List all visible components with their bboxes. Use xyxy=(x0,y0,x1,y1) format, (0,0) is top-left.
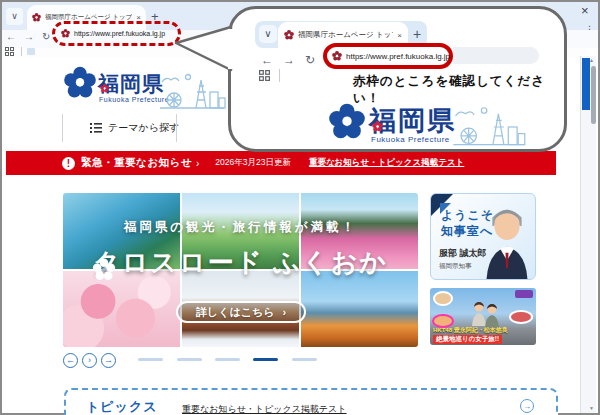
nav-divider xyxy=(62,114,63,142)
side-blue-bar xyxy=(582,58,590,110)
fukuoka-emblem-icon xyxy=(329,103,365,141)
reload-icon: ↻ xyxy=(305,53,315,67)
fukuoka-emblem-icon xyxy=(64,66,96,100)
callout-tab-title: 福岡県庁ホームページ トップページ xyxy=(298,30,393,40)
bookmark-divider xyxy=(21,47,22,56)
hero-tagline: 福岡県の観光・旅行情報が満載！ xyxy=(63,219,418,236)
video-text-line2: 絶景地巡りの女子旅!! xyxy=(433,335,502,344)
tab-search-chevron-icon[interactable]: ∨ xyxy=(6,8,23,25)
red-plum-blossom-icon xyxy=(372,121,383,132)
bookmark-item[interactable] xyxy=(27,48,35,55)
governor-room-card[interactable]: ようこそ 知事室へ 服部 誠太郎 福岡県知事 xyxy=(430,193,536,280)
hero-title: クロスロード ふくおか xyxy=(63,245,418,280)
back-icon[interactable]: ← xyxy=(6,31,16,42)
governor-name: 服部 誠太郎 xyxy=(439,247,487,260)
callout-bubble: ∨ 福岡県庁ホームページ トップページ × + ← → ↻ https://ww… xyxy=(228,6,567,152)
carousel-play-button[interactable]: › xyxy=(82,353,97,368)
site-favicon-icon xyxy=(32,13,41,22)
carousel-dot[interactable] xyxy=(138,358,163,361)
site-favicon-icon xyxy=(61,29,70,38)
video-text-line1: HKT48 豊永阿紀・松本悠良 xyxy=(433,326,508,335)
carousel-dot[interactable] xyxy=(177,358,202,361)
circled-arrow-icon[interactable]: → xyxy=(520,399,534,413)
bookmark-divider xyxy=(279,69,280,82)
video-banner[interactable]: HKT48 豊永阿紀・松本悠良 絶景地巡りの女子旅!! xyxy=(430,288,536,345)
url-text: https://www.pref.fukuoka.lg.jp xyxy=(74,30,165,37)
carousel-dot[interactable] xyxy=(292,358,317,361)
nav-divider xyxy=(176,114,177,142)
photo-castle-autumn xyxy=(301,271,418,347)
white-flower-icon xyxy=(92,258,116,282)
callout-tail xyxy=(172,25,234,73)
address-bar-highlighted[interactable]: https://www.pref.fukuoka.lg.jp xyxy=(52,21,181,46)
emergency-label[interactable]: 緊急・重要なお知らせ xyxy=(81,156,192,170)
callout-url-text: https://www.pref.fukuoka.lg.jp xyxy=(346,52,450,61)
carousel-dot[interactable] xyxy=(215,358,240,361)
carousel-next-button[interactable]: → xyxy=(101,353,116,368)
callout-url-highlight: https://www.pref.fukuoka.lg.jp xyxy=(323,43,453,69)
hero-button-label: 詳しくはこちら xyxy=(196,305,275,320)
governor-role: 福岡県知事 xyxy=(439,262,472,271)
tab-groups-grid-icon[interactable] xyxy=(5,47,14,56)
tab-search-chevron-icon: ∨ xyxy=(259,25,277,43)
list-icon xyxy=(90,123,102,133)
callout-instruction: 赤枠のところを確認してください！ xyxy=(353,73,564,107)
topics-heading: トピックス xyxy=(86,398,158,415)
back-icon: ← xyxy=(261,53,273,67)
omnibox-rest xyxy=(453,47,539,64)
site-favicon-icon xyxy=(332,51,342,61)
topics-section: トピックス 重要なお知らせ・トピックス掲載テスト → xyxy=(64,388,558,415)
scroll-up-icon[interactable]: ▲ xyxy=(589,57,594,63)
chevron-right-icon: › xyxy=(196,158,199,169)
scroll-down-icon[interactable]: ▼ xyxy=(589,405,594,411)
nav-theme-search[interactable]: テーマから探す xyxy=(90,118,180,138)
forward-icon: → xyxy=(283,53,295,67)
video-inset-photo xyxy=(509,310,533,324)
reload-icon[interactable]: ↻ xyxy=(42,31,50,42)
scrollbar-thumb[interactable] xyxy=(591,66,596,124)
emergency-banner: ! 緊急・重要なお知らせ › 2026年3月23日更新 重要なお知らせ・トピック… xyxy=(6,151,556,175)
nav-theme-label: テーマから探す xyxy=(108,121,179,135)
video-inset-photo xyxy=(433,291,453,306)
emergency-date: 2026年3月23日更新 xyxy=(215,157,291,169)
photo-ornaments xyxy=(63,271,180,347)
video-channel-logo xyxy=(515,290,533,298)
carousel-dot[interactable] xyxy=(253,358,278,361)
window-close-icon[interactable]: × xyxy=(581,3,589,18)
emergency-link[interactable]: 重要なお知らせ・トピックス掲載テスト xyxy=(309,157,464,169)
red-plum-blossom-icon xyxy=(100,84,109,93)
cityscape-doodle-icon xyxy=(436,105,541,149)
governor-photo xyxy=(482,201,532,279)
browser-window: ∨ 福岡県庁ホームページ トップページ × + × ⋮ ← → ↻ https:… xyxy=(0,0,600,415)
forward-icon[interactable]: → xyxy=(24,31,34,42)
site-favicon-icon xyxy=(284,30,294,40)
carousel-prev-button[interactable]: ← xyxy=(63,353,78,368)
exclamation-icon: ! xyxy=(62,157,75,170)
tab-close-icon: × xyxy=(397,31,402,40)
cityscape-doodle-icon xyxy=(158,72,226,112)
new-tab-button: + xyxy=(413,26,421,42)
tab-groups-grid-icon xyxy=(259,70,270,81)
topics-link[interactable]: 重要なお知らせ・トピックス掲載テスト xyxy=(182,403,347,415)
chevron-right-icon: › xyxy=(282,306,286,318)
hero-detail-button[interactable]: 詳しくはこちら › xyxy=(176,301,306,323)
